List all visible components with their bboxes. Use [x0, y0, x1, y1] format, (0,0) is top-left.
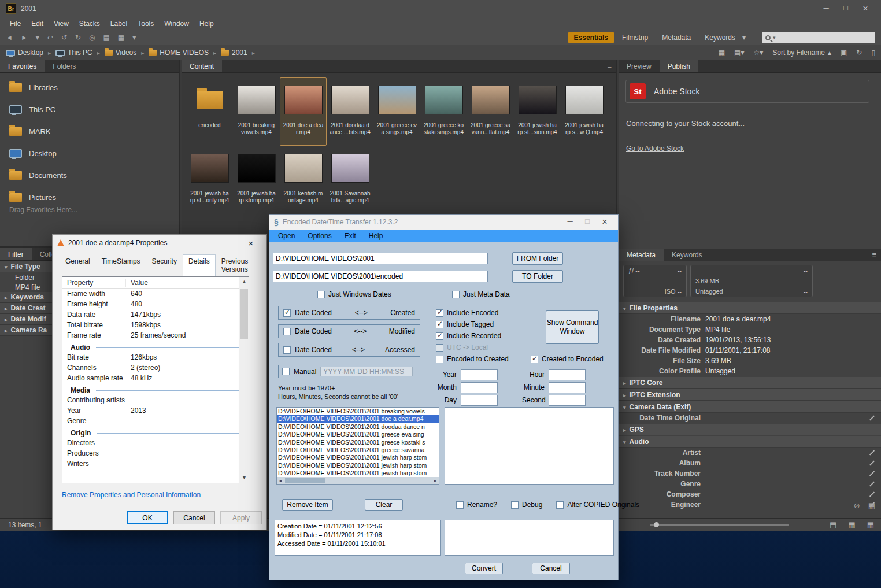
panel-tab[interactable]: Preview [619, 60, 660, 72]
property-row[interactable]: Origin [62, 426, 249, 438]
property-row[interactable]: Frame rate 25 frames/second [62, 330, 249, 341]
breadcrumb-item[interactable]: Desktop [6, 49, 55, 57]
from-folder-input[interactable] [273, 253, 488, 264]
favorites-item[interactable]: Desktop [0, 142, 179, 164]
checkbox[interactable] [436, 344, 443, 352]
metadata-row[interactable]: Audio [619, 436, 881, 448]
property-row[interactable]: Frame width 640 [62, 289, 249, 299]
checkbox[interactable] [436, 309, 443, 317]
rotate-right-icon[interactable]: ↻ [75, 34, 81, 42]
option-checkbox[interactable]: Debug [511, 501, 542, 509]
close-icon[interactable] [596, 217, 613, 227]
to-folder-input[interactable] [273, 271, 488, 282]
checkbox[interactable] [511, 501, 519, 509]
checkbox[interactable] [456, 501, 464, 509]
no-rating-icon[interactable]: ⊘ [854, 501, 860, 510]
option-checkbox[interactable]: Rename? [456, 501, 497, 509]
cancel-button[interactable]: Cancel [532, 563, 570, 574]
view-thumbnails-icon[interactable]: ▦ [719, 49, 725, 57]
property-row[interactable]: Total bitrate 1598kbps [62, 320, 249, 330]
horizontal-scrollbar[interactable]: ◄ ► [277, 477, 439, 484]
menu-item[interactable]: Options [301, 231, 338, 241]
metadata-row[interactable]: Date File Modified 01/11/2001, 21:17:08 [619, 345, 881, 356]
properties-tab[interactable]: Security [146, 254, 183, 276]
time-part-input[interactable] [549, 382, 586, 393]
favorites-item[interactable]: MARK [0, 120, 179, 142]
property-row[interactable]: Media [62, 383, 249, 395]
include-checkbox[interactable]: Encoded to Created [436, 353, 509, 365]
file-list-item[interactable]: D:\VIDEO\HOME VIDEOS\2001\2001 greece ev… [277, 431, 439, 438]
property-row[interactable]: Year 2013 [62, 405, 249, 416]
favorites-item[interactable]: Libraries [0, 76, 179, 98]
option-checkbox[interactable]: Alter COPIED Originals [556, 501, 639, 509]
clear-button[interactable]: Clear [365, 499, 403, 511]
content-item[interactable]: 2001 Savannah bda...agic.mp4 [327, 146, 373, 214]
metadata-row[interactable]: Genre [619, 479, 881, 489]
chevron-down-icon[interactable]: ▾ [742, 34, 746, 42]
property-row[interactable]: Channels 2 (stereo) [62, 363, 249, 373]
file-list-item[interactable]: D:\VIDEO\HOME VIDEOS\2001\2001 jewish ha… [277, 462, 439, 469]
time-part-input[interactable] [549, 369, 586, 380]
include-checkbox[interactable]: Include Tagged [436, 319, 509, 330]
properties-titlebar[interactable]: 2001 doe a dear.mp4 Properties × [53, 235, 266, 251]
checkbox[interactable] [282, 368, 290, 375]
metadata-row[interactable]: Date Time Original [619, 413, 881, 423]
panel-tab[interactable]: Metadata [619, 249, 664, 261]
metadata-row[interactable]: Album [619, 458, 881, 468]
menu-item[interactable]: Help [362, 231, 390, 241]
metadata-row[interactable]: Document Type MP4 file [619, 324, 881, 335]
menu-item[interactable]: Tools [132, 18, 159, 29]
metadata-row[interactable]: Artist [619, 448, 881, 458]
disclosure-triangle-icon[interactable] [623, 438, 626, 446]
metadata-row[interactable]: Engineer [619, 500, 881, 510]
breadcrumb-item[interactable]: This PC [55, 49, 105, 57]
content-item[interactable]: 2001 jewish ha rp stomp.mp4 [233, 146, 280, 214]
adobe-stock-card[interactable]: St Adobe Stock [625, 80, 869, 103]
chevron-down-icon[interactable]: ▾ [773, 35, 776, 40]
metadata-row[interactable]: GPS [619, 424, 881, 435]
content-item[interactable]: 2001 kentish m ontage.mp4 [280, 146, 327, 214]
view-list-icon[interactable]: ▤ [830, 520, 836, 529]
tab-content[interactable]: Content [182, 60, 222, 72]
view-options-icon[interactable]: ▤▾ [734, 49, 744, 57]
properties-tab[interactable]: Previous Versions [216, 254, 266, 276]
checkbox[interactable] [283, 346, 291, 354]
file-list-item[interactable]: D:\VIDEO\HOME VIDEOS\2001\2001 greece ko… [277, 439, 439, 446]
content-item[interactable]: 2001 breaking vowels.mp4 [233, 77, 280, 146]
date-coded-row[interactable]: Date Coded <--> Modified [278, 324, 420, 338]
content-item[interactable]: 2001 doe a dea r.mp4 [280, 77, 327, 146]
property-row[interactable]: Audio [62, 341, 249, 352]
content-item[interactable]: 2001 jewish ha rp s...w Q.mp4 [561, 77, 608, 146]
date-part-input[interactable] [461, 382, 498, 393]
minimize-icon[interactable] [816, 3, 836, 14]
date-coded-row[interactable]: Date Coded <--> Accessed [278, 343, 420, 357]
checkbox[interactable] [436, 332, 443, 340]
workspace-tab[interactable]: Filmstrip [616, 32, 654, 43]
date-part-input[interactable] [461, 395, 498, 406]
created-to-encoded-checkbox[interactable]: Created to Encoded [531, 355, 604, 363]
ok-button[interactable]: OK [127, 511, 168, 524]
disclosure-triangle-icon[interactable] [5, 304, 8, 312]
menu-item[interactable]: Window [159, 18, 194, 29]
file-list-item[interactable]: D:\VIDEO\HOME VIDEOS\2001\2001 doe a dea… [277, 415, 439, 423]
date-part-input[interactable] [461, 369, 498, 380]
edit-pencil-icon[interactable] [868, 480, 875, 487]
property-row[interactable]: Producers [62, 448, 249, 458]
metadata-row[interactable]: File Size 3.69 MB [619, 356, 881, 366]
properties-tab[interactable]: TimeStamps [96, 254, 146, 276]
time-part-input[interactable] [549, 395, 586, 406]
metadata-row[interactable]: Track Number [619, 468, 881, 479]
menu-item[interactable]: File [5, 18, 26, 29]
property-row[interactable]: Frame height 480 [62, 299, 249, 309]
forward-icon[interactable]: ► [21, 34, 28, 42]
delete-icon[interactable]: ▯ [871, 49, 875, 57]
scroll-up-icon[interactable]: ▲ [239, 277, 249, 287]
include-checkbox[interactable]: Include Encoded [436, 307, 509, 319]
scrollbar-thumb[interactable] [240, 289, 248, 339]
file-list-item[interactable]: D:\VIDEO\HOME VIDEOS\2001\2001 jewish ha… [277, 454, 439, 461]
file-list-item[interactable]: D:\VIDEO\HOME VIDEOS\2001\2001 greece sa… [277, 446, 439, 454]
include-checkbox[interactable]: UTC -> Local [436, 342, 509, 353]
disclosure-triangle-icon[interactable] [5, 326, 8, 334]
to-folder-button[interactable]: TO Folder [512, 270, 563, 283]
metadata-row[interactable]: IPTC Extension [619, 389, 881, 401]
